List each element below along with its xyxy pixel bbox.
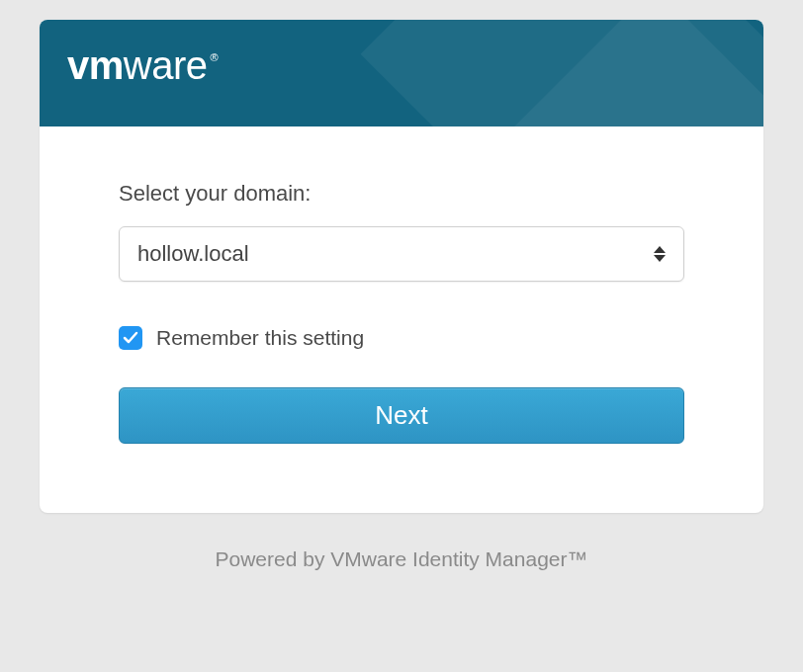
logo-light-part: ware <box>124 43 208 88</box>
domain-select[interactable]: hollow.local <box>119 226 684 282</box>
checkmark-icon <box>123 330 138 346</box>
remember-checkbox[interactable] <box>119 326 142 350</box>
next-button[interactable]: Next <box>119 387 684 444</box>
remember-label: Remember this setting <box>156 326 364 350</box>
domain-label: Select your domain: <box>119 181 684 207</box>
card-header: vmware® <box>40 20 763 126</box>
footer-text: Powered by VMware Identity Manager™ <box>40 547 763 571</box>
card-content: Select your domain: hollow.local Remembe… <box>40 126 763 513</box>
vmware-logo: vmware® <box>67 43 736 88</box>
logo-registered-mark: ® <box>211 51 219 63</box>
login-card: vmware® Select your domain: hollow.local… <box>40 20 763 513</box>
select-arrows-icon <box>654 246 666 262</box>
domain-select-value: hollow.local <box>137 241 654 267</box>
remember-row: Remember this setting <box>119 326 684 350</box>
logo-bold-part: vm <box>67 43 124 88</box>
